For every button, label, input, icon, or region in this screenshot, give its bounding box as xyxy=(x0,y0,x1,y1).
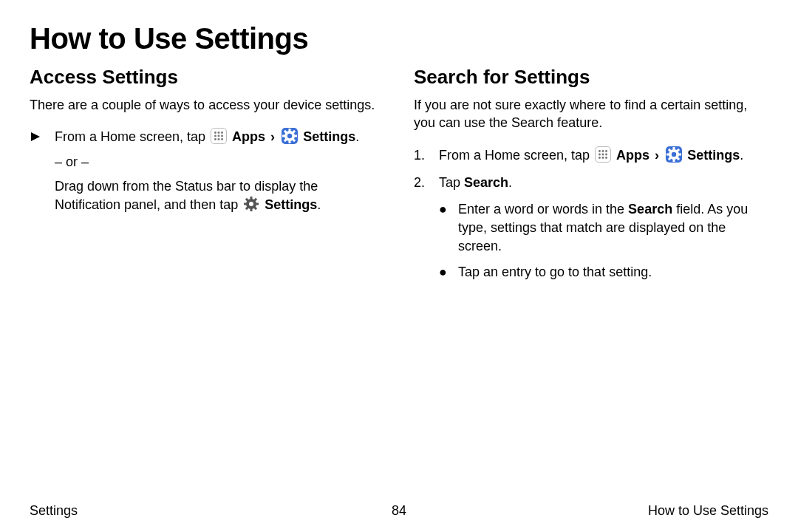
svg-point-36 xyxy=(598,157,601,159)
svg-point-4 xyxy=(214,135,216,137)
search-step-2: Tap Search. xyxy=(439,173,768,193)
page-footer: Settings 84 How to Use Settings xyxy=(0,503,798,519)
settings-label: Settings xyxy=(687,148,740,163)
svg-point-48 xyxy=(672,151,676,156)
search-bullet-2: Tap an entry to go to that setting. xyxy=(458,263,768,282)
svg-point-38 xyxy=(605,157,607,159)
svg-rect-21 xyxy=(250,197,253,200)
step2-bold: Search xyxy=(464,175,508,190)
svg-marker-0 xyxy=(31,132,40,141)
svg-rect-22 xyxy=(250,208,253,211)
svg-point-30 xyxy=(598,150,601,152)
chevron-right-icon: › xyxy=(655,148,659,163)
settings-grey-icon xyxy=(243,196,259,212)
footer-page-number: 84 xyxy=(392,503,406,519)
svg-rect-12 xyxy=(289,140,291,143)
step-2-number: 2. xyxy=(414,173,439,193)
svg-point-35 xyxy=(605,153,607,155)
apps-label: Apps xyxy=(616,148,649,163)
search-settings-intro: If you are not sure exactly where to fin… xyxy=(414,96,768,132)
svg-rect-14 xyxy=(294,135,297,137)
svg-rect-40 xyxy=(673,147,675,150)
period: . xyxy=(740,148,743,163)
svg-rect-24 xyxy=(256,203,259,205)
svg-point-8 xyxy=(218,138,220,140)
svg-rect-41 xyxy=(673,159,675,162)
settings-blue-icon xyxy=(282,128,298,144)
search-bullet-1: Enter a word or words in the Search fiel… xyxy=(458,200,768,256)
svg-rect-43 xyxy=(678,153,681,155)
access-settings-heading: Access Settings xyxy=(30,66,384,89)
svg-point-34 xyxy=(602,153,604,155)
page-title: How to Use Settings xyxy=(30,22,768,55)
or-separator: – or – xyxy=(55,154,384,170)
chevron-right-icon: › xyxy=(270,129,275,144)
step2-text: Tap xyxy=(439,175,464,190)
svg-rect-42 xyxy=(666,153,669,155)
svg-point-9 xyxy=(221,138,223,140)
apps-icon xyxy=(595,146,611,163)
step-1-number: 1. xyxy=(414,146,439,166)
period: . xyxy=(355,129,359,144)
right-column: Search for Settings If you are not sure … xyxy=(414,66,768,282)
bullet-icon: ● xyxy=(439,200,458,256)
search-settings-heading: Search for Settings xyxy=(414,66,768,89)
svg-point-2 xyxy=(218,132,220,134)
footer-right: How to Use Settings xyxy=(648,503,768,519)
svg-rect-23 xyxy=(244,203,247,205)
search-step-1: From a Home screen, tap Apps › xyxy=(439,146,768,166)
svg-point-19 xyxy=(287,134,292,138)
settings-label: Settings xyxy=(303,129,355,144)
bullet1-prefix: Enter a word or words in the xyxy=(458,202,628,216)
svg-point-31 xyxy=(602,150,604,152)
bullet1-bold: Search xyxy=(628,202,672,216)
svg-point-29 xyxy=(249,202,253,206)
apps-icon xyxy=(211,128,227,144)
left-column: Access Settings There are a couple of wa… xyxy=(30,66,384,282)
access-alt-step: Drag down from the Status bar to display… xyxy=(55,177,384,214)
svg-rect-11 xyxy=(289,129,291,132)
step1-text: From a Home screen, tap xyxy=(439,148,593,163)
access-home-step: From a Home screen, tap Apps › xyxy=(55,127,384,147)
bullet-icon: ● xyxy=(439,263,458,282)
period: . xyxy=(317,197,321,212)
alt-settings-label: Settings xyxy=(265,197,317,212)
svg-point-1 xyxy=(214,132,216,134)
footer-left: Settings xyxy=(30,503,78,519)
access-step-text: From a Home screen, tap xyxy=(55,129,209,144)
svg-point-7 xyxy=(214,138,216,140)
triangle-bullet-icon xyxy=(30,127,55,147)
svg-point-37 xyxy=(602,157,604,159)
apps-label: Apps xyxy=(232,129,265,144)
svg-point-6 xyxy=(221,135,223,137)
svg-point-32 xyxy=(605,150,607,152)
svg-point-5 xyxy=(218,135,220,137)
access-settings-intro: There are a couple of ways to access you… xyxy=(30,96,384,114)
svg-rect-13 xyxy=(282,135,285,137)
period: . xyxy=(508,175,512,190)
settings-blue-icon xyxy=(666,146,682,163)
svg-point-3 xyxy=(221,132,223,134)
svg-point-33 xyxy=(598,153,601,155)
